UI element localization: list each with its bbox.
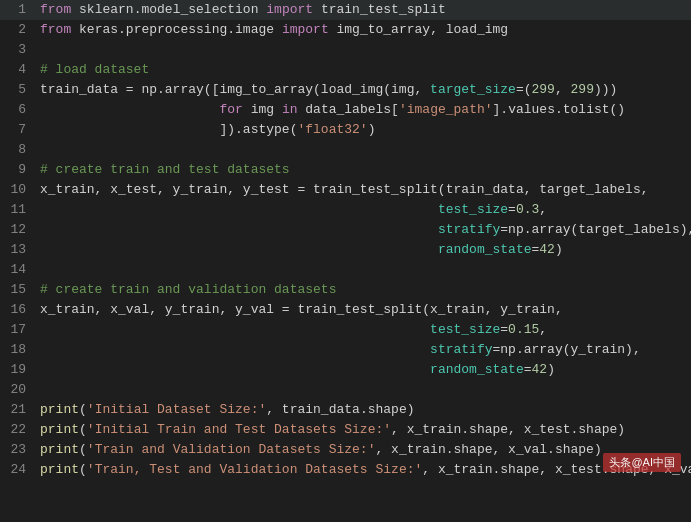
line-content-4: # load dataset bbox=[36, 60, 691, 80]
line-num-3: 3 bbox=[0, 40, 36, 60]
code-line-11: 11 test_size=0.3, bbox=[0, 200, 691, 220]
code-line-2: 2 from keras.preprocessing.image import … bbox=[0, 20, 691, 40]
line-num-18: 18 bbox=[0, 340, 36, 360]
code-line-18: 18 stratify=np.array(y_train), bbox=[0, 340, 691, 360]
line-num-7: 7 bbox=[0, 120, 36, 140]
code-line-22: 22 print('Initial Train and Test Dataset… bbox=[0, 420, 691, 440]
code-line-20: 20 bbox=[0, 380, 691, 400]
code-line-17: 17 test_size=0.15, bbox=[0, 320, 691, 340]
code-line-5: 5 train_data = np.array([img_to_array(lo… bbox=[0, 80, 691, 100]
line-num-17: 17 bbox=[0, 320, 36, 340]
code-line-16: 16 x_train, x_val, y_train, y_val = trai… bbox=[0, 300, 691, 320]
code-line-15: 15 # create train and validation dataset… bbox=[0, 280, 691, 300]
line-num-2: 2 bbox=[0, 20, 36, 40]
line-num-13: 13 bbox=[0, 240, 36, 260]
line-num-14: 14 bbox=[0, 260, 36, 280]
line-content-23: print('Train and Validation Datasets Siz… bbox=[36, 440, 691, 460]
line-content-15: # create train and validation datasets bbox=[36, 280, 691, 300]
line-content-19: random_state=42) bbox=[36, 360, 691, 380]
line-num-16: 16 bbox=[0, 300, 36, 320]
line-content-5: train_data = np.array([img_to_array(load… bbox=[36, 80, 691, 100]
line-num-15: 15 bbox=[0, 280, 36, 300]
line-content-13: random_state=42) bbox=[36, 240, 691, 260]
code-editor: 1 from sklearn.model_selection import tr… bbox=[0, 0, 691, 480]
code-line-7: 7 ]).astype('float32') bbox=[0, 120, 691, 140]
code-line-12: 12 stratify=np.array(target_labels), bbox=[0, 220, 691, 240]
line-num-4: 4 bbox=[0, 60, 36, 80]
code-line-23: 23 print('Train and Validation Datasets … bbox=[0, 440, 691, 460]
line-num-23: 23 bbox=[0, 440, 36, 460]
line-num-20: 20 bbox=[0, 380, 36, 400]
line-num-5: 5 bbox=[0, 80, 36, 100]
code-line-14: 14 bbox=[0, 260, 691, 280]
line-content-24: print('Train, Test and Validation Datase… bbox=[36, 460, 691, 480]
code-line-8: 8 bbox=[0, 140, 691, 160]
line-content-22: print('Initial Train and Test Datasets S… bbox=[36, 420, 691, 440]
code-line-4: 4 # load dataset bbox=[0, 60, 691, 80]
code-line-13: 13 random_state=42) bbox=[0, 240, 691, 260]
line-num-11: 11 bbox=[0, 200, 36, 220]
code-line-6: 6 for img in data_labels['image_path'].v… bbox=[0, 100, 691, 120]
line-num-8: 8 bbox=[0, 140, 36, 160]
line-content-9: # create train and test datasets bbox=[36, 160, 691, 180]
line-num-21: 21 bbox=[0, 400, 36, 420]
code-line-19: 19 random_state=42) bbox=[0, 360, 691, 380]
line-content-7: ]).astype('float32') bbox=[36, 120, 691, 140]
line-content-10: x_train, x_test, y_train, y_test = train… bbox=[36, 180, 691, 200]
line-content-1: from sklearn.model_selection import trai… bbox=[36, 0, 691, 20]
line-num-6: 6 bbox=[0, 100, 36, 120]
line-content-11: test_size=0.3, bbox=[36, 200, 691, 220]
code-line-1: 1 from sklearn.model_selection import tr… bbox=[0, 0, 691, 20]
code-line-21: 21 print('Initial Dataset Size:', train_… bbox=[0, 400, 691, 420]
line-content-18: stratify=np.array(y_train), bbox=[36, 340, 691, 360]
line-content-21: print('Initial Dataset Size:', train_dat… bbox=[36, 400, 691, 420]
line-num-9: 9 bbox=[0, 160, 36, 180]
line-num-12: 12 bbox=[0, 220, 36, 240]
line-num-24: 24 bbox=[0, 460, 36, 480]
code-line-10: 10 x_train, x_test, y_train, y_test = tr… bbox=[0, 180, 691, 200]
line-content-17: test_size=0.15, bbox=[36, 320, 691, 340]
code-line-9: 9 # create train and test datasets bbox=[0, 160, 691, 180]
code-line-3: 3 bbox=[0, 40, 691, 60]
line-num-10: 10 bbox=[0, 180, 36, 200]
line-content-12: stratify=np.array(target_labels), bbox=[36, 220, 691, 240]
line-content-16: x_train, x_val, y_train, y_val = train_t… bbox=[36, 300, 691, 320]
code-line-24: 24 print('Train, Test and Validation Dat… bbox=[0, 460, 691, 480]
line-num-1: 1 bbox=[0, 0, 36, 20]
line-num-19: 19 bbox=[0, 360, 36, 380]
line-num-22: 22 bbox=[0, 420, 36, 440]
line-content-6: for img in data_labels['image_path'].val… bbox=[36, 100, 691, 120]
line-content-2: from keras.preprocessing.image import im… bbox=[36, 20, 691, 40]
